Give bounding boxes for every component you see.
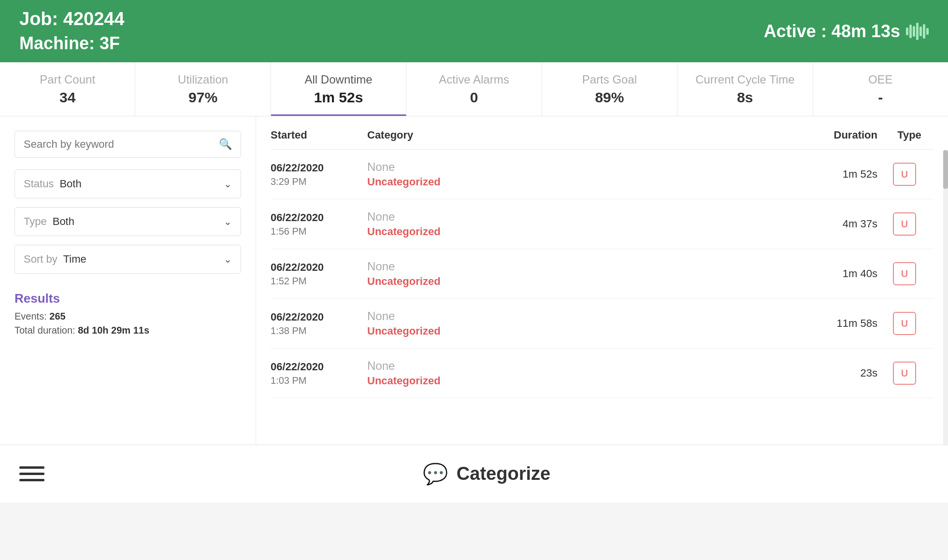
stat-oee[interactable]: OEE - <box>813 62 948 116</box>
status-prefix: Status <box>24 178 54 190</box>
row-started-1: 06/22/2020 1:56 PM <box>271 211 367 237</box>
status-value: Both <box>59 178 81 190</box>
footer: 💬 Categorize <box>0 445 948 503</box>
table-row[interactable]: 06/22/2020 1:56 PM None Uncategorized 4m… <box>271 199 934 249</box>
col-type-header: Type <box>885 129 934 141</box>
row-started-3: 06/22/2020 1:38 PM <box>271 311 367 336</box>
table-row[interactable]: 06/22/2020 1:52 PM None Uncategorized 1m… <box>271 249 934 299</box>
header-left: Job: 420244 Machine: 3F <box>19 9 125 54</box>
stat-current-cycle-time[interactable]: Current Cycle Time 8s <box>677 62 813 116</box>
search-icon: 🔍 <box>219 138 232 151</box>
table-header: Started Category Duration Type <box>271 116 934 150</box>
search-input[interactable] <box>24 138 219 151</box>
row-category-3: None Uncategorized <box>367 309 781 337</box>
stat-value-all-downtime: 1m 52s <box>314 89 363 106</box>
job-title: Job: 420244 <box>19 9 125 29</box>
scrollbar-thumb[interactable] <box>943 150 948 189</box>
row-type-2: U <box>885 262 934 285</box>
row-duration-3: 11m 58s <box>781 317 877 330</box>
categorize-icon: 💬 <box>423 462 448 486</box>
row-duration-4: 23s <box>781 367 877 379</box>
row-type-1: U <box>885 212 934 236</box>
header-right: Active : 48m 13s <box>764 21 929 42</box>
results-title: Results <box>14 291 241 306</box>
row-category-0: None Uncategorized <box>367 160 781 188</box>
chevron-down-icon: ⌄ <box>224 216 232 227</box>
main-content: 🔍 Status Both ⌄ Type Both ⌄ Sort by <box>0 116 948 445</box>
chevron-down-icon: ⌄ <box>224 178 232 190</box>
stat-parts-goal[interactable]: Parts Goal 89% <box>542 62 677 116</box>
status-dropdown[interactable]: Status Both ⌄ <box>14 169 241 198</box>
stat-label-part-count: Part Count <box>40 73 95 86</box>
active-status: Active : 48m 13s <box>764 21 900 42</box>
stat-value-active-alarms: 0 <box>470 89 478 106</box>
row-category-4: None Uncategorized <box>367 359 781 387</box>
table-area: Started Category Duration Type 06/22/202… <box>256 116 948 445</box>
menu-bar-2 <box>19 473 44 475</box>
row-type-3: U <box>885 312 934 335</box>
stat-value-oee: - <box>878 89 883 106</box>
chevron-down-icon: ⌄ <box>224 253 232 265</box>
categorize-label[interactable]: Categorize <box>457 463 550 484</box>
type-prefix: Type <box>24 215 47 228</box>
sortby-value: Time <box>63 253 86 266</box>
row-type-0: U <box>885 163 934 186</box>
col-duration-header: Duration <box>781 129 877 141</box>
scrollbar-track[interactable] <box>943 150 948 445</box>
results-section: Results Events: 265 Total duration: 8d 1… <box>14 291 241 336</box>
col-started-header: Started <box>271 129 367 141</box>
stat-label-active-alarms: Active Alarms <box>439 73 509 86</box>
stat-value-current-cycle-time: 8s <box>737 89 753 106</box>
stat-label-oee: OEE <box>868 73 893 86</box>
footer-center: 💬 Categorize <box>44 462 929 486</box>
col-category-header: Category <box>367 129 781 141</box>
table-rows: 06/22/2020 3:29 PM None Uncategorized 1m… <box>271 150 934 398</box>
table-row[interactable]: 06/22/2020 3:29 PM None Uncategorized 1m… <box>271 150 934 199</box>
stat-label-utilization: Utilization <box>178 73 228 86</box>
app-header: Job: 420244 Machine: 3F Active : 48m 13s <box>0 0 948 62</box>
table-row[interactable]: 06/22/2020 1:03 PM None Uncategorized 23… <box>271 349 934 398</box>
stats-bar: Part Count 34 Utilization 97% All Downti… <box>0 62 948 116</box>
row-started-4: 06/22/2020 1:03 PM <box>271 361 367 386</box>
stat-part-count[interactable]: Part Count 34 <box>0 62 135 116</box>
machine-title: Machine: 3F <box>19 33 125 54</box>
stat-label-all-downtime: All Downtime <box>305 73 373 86</box>
stat-label-parts-goal: Parts Goal <box>582 73 637 86</box>
stat-label-current-cycle-time: Current Cycle Time <box>695 73 794 86</box>
stat-value-utilization: 97% <box>188 89 217 106</box>
row-category-2: None Uncategorized <box>367 260 781 288</box>
events-detail: Events: 265 <box>14 311 241 322</box>
table-row[interactable]: 06/22/2020 1:38 PM None Uncategorized 11… <box>271 299 934 349</box>
type-dropdown[interactable]: Type Both ⌄ <box>14 207 241 236</box>
row-started-2: 06/22/2020 1:52 PM <box>271 261 367 287</box>
duration-detail: Total duration: 8d 10h 29m 11s <box>14 325 241 336</box>
stat-active-alarms[interactable]: Active Alarms 0 <box>406 62 542 116</box>
menu-bar-1 <box>19 466 44 469</box>
menu-button[interactable] <box>19 466 44 481</box>
waveform-icon <box>906 23 929 40</box>
sidebar: 🔍 Status Both ⌄ Type Both ⌄ Sort by <box>0 116 256 445</box>
type-value: Both <box>53 215 74 228</box>
search-box[interactable]: 🔍 <box>14 131 241 158</box>
stat-value-part-count: 34 <box>59 89 75 106</box>
row-category-1: None Uncategorized <box>367 210 781 238</box>
row-duration-1: 4m 37s <box>781 218 877 230</box>
menu-bar-3 <box>19 479 44 481</box>
stat-value-parts-goal: 89% <box>595 89 624 106</box>
filter-dropdowns: Status Both ⌄ Type Both ⌄ Sort by Time ⌄ <box>14 169 241 274</box>
stat-all-downtime[interactable]: All Downtime 1m 52s <box>271 62 406 116</box>
sortby-dropdown[interactable]: Sort by Time ⌄ <box>14 245 241 274</box>
row-duration-2: 1m 40s <box>781 267 877 280</box>
sortby-prefix: Sort by <box>24 253 57 266</box>
row-started-0: 06/22/2020 3:29 PM <box>271 162 367 187</box>
row-duration-0: 1m 52s <box>781 168 877 181</box>
stat-utilization[interactable]: Utilization 97% <box>135 62 271 116</box>
row-type-4: U <box>885 362 934 385</box>
